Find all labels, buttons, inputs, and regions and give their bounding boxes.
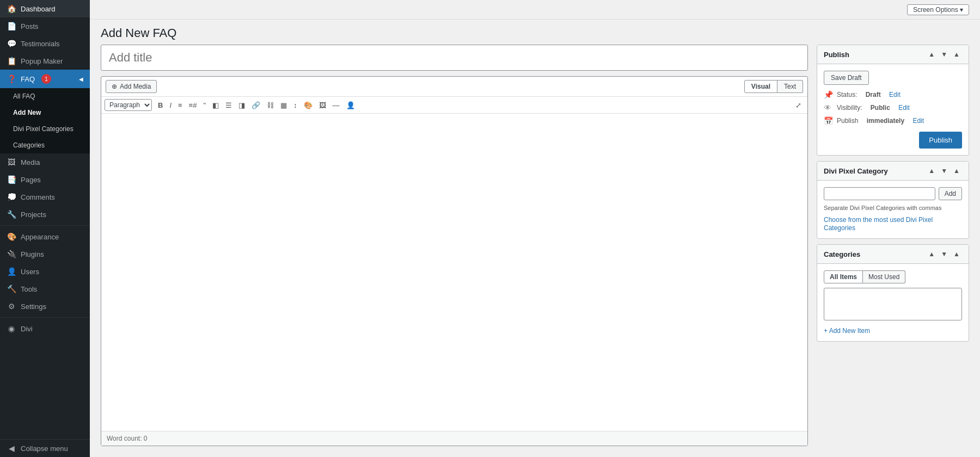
divi-pixel-panel-body: Add Separate Divi Pixel Categories with …: [817, 181, 969, 238]
sidebar-item-pages[interactable]: 📑 Pages: [0, 171, 90, 188]
publish-panel-controls: ▲ ▼ ▲: [926, 50, 962, 59]
visibility-row: 👁 Visibility: Public Edit: [824, 103, 962, 112]
sidebar-item-tools[interactable]: 🔨 Tools: [0, 280, 90, 298]
divi-pixel-panel-close-button[interactable]: ▲: [951, 166, 962, 176]
color-button[interactable]: 🎨: [301, 100, 315, 110]
save-draft-button[interactable]: Save Draft: [824, 71, 869, 85]
categories-tabs: All Items Most Used: [824, 270, 962, 283]
categories-panel-down-button[interactable]: ▼: [939, 249, 950, 259]
categories-panel-close-button[interactable]: ▲: [951, 249, 962, 259]
publish-panel-up-button[interactable]: ▲: [926, 50, 937, 59]
table-button[interactable]: ▦: [278, 100, 290, 110]
sidebar-item-divi[interactable]: ◉ Divi: [0, 320, 90, 337]
all-items-tab[interactable]: All Items: [824, 270, 863, 283]
page-header: Add New FAQ: [90, 20, 980, 45]
divi-pixel-most-used-link[interactable]: Choose from the most used Divi Pixel Cat…: [824, 216, 933, 232]
publish-panel-header[interactable]: Publish ▲ ▼ ▲: [817, 45, 969, 64]
comments-icon: 💭: [7, 193, 16, 201]
collapse-icon: ◀: [7, 444, 16, 453]
blockquote-button[interactable]: ": [200, 100, 209, 110]
fullscreen-button[interactable]: ⤢: [793, 100, 804, 110]
divi-pixel-category-input[interactable]: [824, 187, 935, 200]
categories-label: Categories: [13, 141, 45, 149]
align-left-button[interactable]: ◧: [210, 100, 222, 110]
categories-panel-header[interactable]: Categories ▲ ▼ ▲: [817, 245, 969, 264]
align-center-button[interactable]: ☰: [223, 100, 235, 110]
sidebar-item-projects[interactable]: 🔧 Projects: [0, 206, 90, 223]
sidebar-item-label: Posts: [21, 22, 39, 30]
collapse-label: Collapse menu: [21, 444, 68, 453]
format-toolbar: Paragraph B I ≡ ≡# " ◧ ☰ ◨ 🔗 ⛓ ▦ ↕ 🎨 🖼: [101, 97, 807, 114]
screen-options-button[interactable]: Screen Options: [907, 4, 969, 15]
collapse-menu-button[interactable]: ◀ Collapse menu: [0, 439, 90, 457]
divi-pixel-add-button[interactable]: Add: [939, 187, 962, 200]
format-select[interactable]: Paragraph: [105, 99, 152, 111]
sidebar-item-comments[interactable]: 💭 Comments: [0, 188, 90, 206]
divi-pixel-panel-down-button[interactable]: ▼: [939, 166, 950, 176]
visibility-edit-link[interactable]: Edit: [898, 104, 910, 112]
title-input[interactable]: [101, 45, 808, 71]
more-button[interactable]: ↕: [291, 100, 300, 110]
sidebar-item-posts[interactable]: 📄 Posts: [0, 17, 90, 35]
sidebar-item-testimonials[interactable]: 💬 Testimonials: [0, 35, 90, 52]
add-media-icon: ⊕: [112, 83, 117, 90]
publish-time-value: immediately: [867, 117, 904, 125]
sidebar-item-categories[interactable]: Categories: [0, 137, 90, 153]
person-button[interactable]: 👤: [344, 100, 358, 110]
sidebar-item-label: Appearance: [21, 233, 59, 241]
publish-button[interactable]: Publish: [919, 132, 962, 149]
publish-panel-close-button[interactable]: ▲: [951, 50, 962, 59]
most-used-tab[interactable]: Most Used: [863, 270, 905, 283]
sidebar-item-add-new[interactable]: Add New: [0, 104, 90, 121]
align-right-button[interactable]: ◨: [236, 100, 248, 110]
visibility-label: Visibility:: [837, 104, 862, 112]
text-tab[interactable]: Text: [777, 80, 803, 93]
sidebar-item-popup-maker[interactable]: 📋 Popup Maker: [0, 52, 90, 70]
sidebar-item-label: Comments: [21, 193, 55, 201]
sidebar-item-all-faq[interactable]: All FAQ: [0, 88, 90, 104]
editor-footer: Word count: 0: [101, 431, 807, 446]
publish-time-edit-link[interactable]: Edit: [912, 117, 924, 125]
sidebar-item-settings[interactable]: ⚙ Settings: [0, 298, 90, 315]
hr-button[interactable]: —: [330, 100, 342, 110]
sidebar-item-label: Tools: [21, 285, 37, 293]
sidebar-item-media[interactable]: 🖼 Media: [0, 153, 90, 171]
ordered-list-button[interactable]: ≡#: [186, 100, 200, 110]
add-media-button[interactable]: ⊕ Add Media: [106, 80, 157, 93]
divi-pixel-categories-label: Divi Pixel Categories: [13, 125, 74, 133]
editor-content-area[interactable]: [101, 114, 807, 431]
pages-icon: 📑: [7, 175, 16, 184]
sidebar-item-label: Testimonials: [21, 40, 60, 48]
unordered-list-button[interactable]: ≡: [175, 100, 185, 110]
categories-panel-up-button[interactable]: ▲: [926, 249, 937, 259]
divi-pixel-panel-controls: ▲ ▼ ▲: [926, 166, 962, 176]
sidebar-item-label: Dashboard: [21, 5, 56, 13]
publish-panel-title: Publish: [824, 51, 926, 59]
publish-panel: Publish ▲ ▼ ▲ Save Draft 📌 Status: Draft: [817, 45, 969, 156]
testimonials-icon: 💬: [7, 39, 16, 48]
status-edit-link[interactable]: Edit: [889, 91, 901, 98]
italic-button[interactable]: I: [167, 100, 174, 110]
unlink-button[interactable]: ⛓: [264, 100, 277, 110]
publish-panel-down-button[interactable]: ▼: [939, 50, 950, 59]
sidebar-item-divi-pixel-categories[interactable]: Divi Pixel Categories: [0, 121, 90, 137]
link-button[interactable]: 🔗: [249, 100, 263, 110]
visual-tab[interactable]: Visual: [744, 80, 777, 93]
image-button[interactable]: 🖼: [316, 100, 329, 110]
tools-icon: 🔨: [7, 285, 16, 293]
publish-time-label: Publish: [837, 117, 858, 125]
divi-pixel-panel-header[interactable]: Divi Pixel Category ▲ ▼ ▲: [817, 162, 969, 181]
topbar: Screen Options: [90, 0, 980, 20]
categories-panel: Categories ▲ ▼ ▲ All Items Most Used + A…: [817, 244, 969, 342]
sidebar-item-label: Popup Maker: [21, 57, 63, 65]
sidebar-item-dashboard[interactable]: 🏠 Dashboard: [0, 0, 90, 17]
divi-pixel-panel-up-button[interactable]: ▲: [926, 166, 937, 176]
sidebar-item-faq[interactable]: ❓ FAQ 1 ◀: [0, 70, 90, 88]
sidebar: 🏠 Dashboard 📄 Posts 💬 Testimonials 📋 Pop…: [0, 0, 90, 457]
add-new-item-link[interactable]: + Add New Item: [824, 327, 870, 335]
plugins-icon: 🔌: [7, 250, 16, 258]
sidebar-item-plugins[interactable]: 🔌 Plugins: [0, 245, 90, 263]
bold-button[interactable]: B: [155, 100, 166, 110]
sidebar-item-users[interactable]: 👤 Users: [0, 263, 90, 280]
sidebar-item-appearance[interactable]: 🎨 Appearance: [0, 228, 90, 245]
